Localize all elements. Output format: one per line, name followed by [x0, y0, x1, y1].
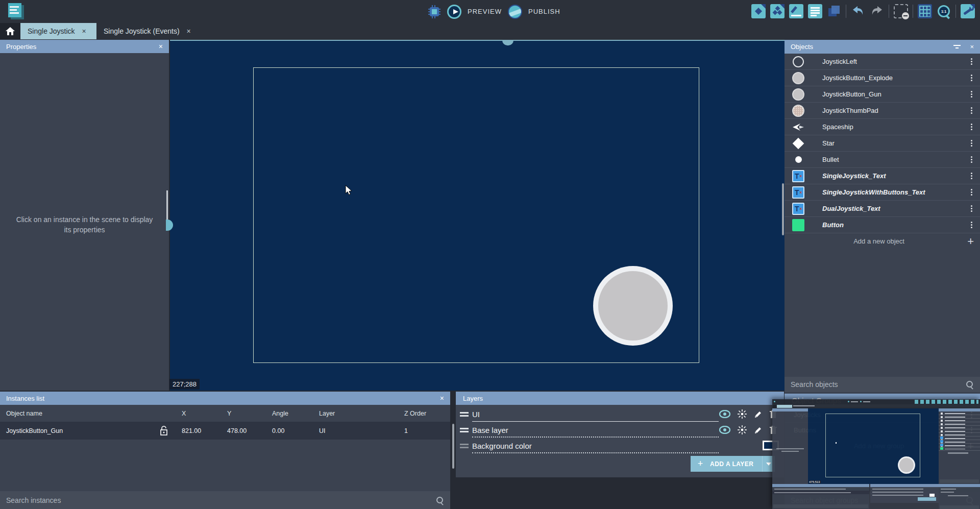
redo-icon[interactable] [870, 4, 884, 18]
zoom-1-1-icon[interactable]: 1:1 [937, 4, 951, 18]
edit-layer-pencil-icon[interactable] [754, 410, 763, 419]
object-row[interactable]: TxDualJoystick_Text [785, 201, 980, 217]
layer-row-ui[interactable]: UI [456, 407, 784, 423]
object-row[interactable]: JoystickButton_Explode [785, 70, 980, 86]
add-objects-group-icon[interactable] [770, 4, 785, 18]
mini-gun-circle [898, 456, 915, 474]
row-menu-icon[interactable] [968, 90, 975, 99]
row-menu-icon[interactable] [968, 106, 975, 115]
screen-preview-overlay[interactable]: 475;513 [772, 399, 980, 509]
scene-canvas[interactable]: 227;288 [170, 40, 785, 391]
drag-handle-icon[interactable] [460, 412, 469, 417]
app-logo-icon[interactable] [8, 3, 24, 20]
object-row[interactable]: Button [785, 217, 980, 233]
close-icon[interactable]: × [159, 42, 163, 51]
drag-handle-icon[interactable] [460, 428, 469, 433]
close-icon[interactable]: × [82, 27, 86, 35]
mini-instances-panel [772, 484, 869, 509]
canvas-scrollbar[interactable] [782, 183, 784, 235]
scene-properties-icon[interactable] [808, 4, 822, 18]
drag-handle-icon [460, 444, 469, 449]
row-menu-icon[interactable] [968, 155, 975, 164]
joystickbutton-gun-instance[interactable] [593, 266, 673, 346]
close-icon[interactable]: × [970, 43, 974, 51]
layer-row-background-color[interactable]: Background color [456, 439, 784, 454]
mini-canvas: 475;513 [808, 408, 939, 484]
add-object-icon[interactable] [751, 4, 766, 18]
row-menu-icon[interactable] [968, 139, 975, 148]
mini-cursor [836, 442, 837, 444]
object-row[interactable]: TxSingleJoystickWithButtons_Text [785, 184, 980, 201]
object-row[interactable]: Spaceship [785, 119, 980, 135]
visibility-eye-icon[interactable] [719, 426, 730, 434]
undo-icon[interactable] [851, 4, 865, 18]
mini-tabstrip [772, 404, 980, 408]
add-layer-button[interactable]: + ADD A LAYER [691, 456, 775, 472]
toolbar-icon-group: 1:1 [751, 4, 975, 18]
row-menu-icon[interactable] [968, 123, 975, 131]
filter-icon[interactable] [953, 44, 962, 50]
edit-scene-icon[interactable] [789, 4, 803, 18]
home-icon [6, 27, 15, 35]
tab-label: Single Joystick (Events) [104, 27, 180, 35]
debugger-tools-icon[interactable] [961, 4, 975, 18]
publish-planet-icon[interactable] [508, 5, 522, 19]
tab-single-joystick[interactable]: Single Joystick × [20, 23, 96, 39]
canvas-top-divider [170, 40, 785, 41]
grid-icon[interactable] [918, 4, 932, 18]
properties-panel: Properties × Click on an instance in the… [0, 40, 169, 391]
object-row[interactable]: TxSingleJoystick_Text [785, 168, 980, 184]
mini-search-groups [940, 505, 979, 509]
instances-column-headers: Object name X Y Angle Layer Z Order [0, 405, 450, 422]
object-row[interactable]: Star [785, 135, 980, 152]
circle-sprite-icon [792, 88, 804, 101]
debugger-icon[interactable] [428, 5, 441, 18]
instance-row[interactable]: JoystickButton_Gun 821.00 478.00 0.00 UI… [0, 422, 450, 440]
preview-play-icon[interactable] [447, 5, 461, 19]
object-row[interactable]: JoystickThumbPad [785, 103, 980, 119]
layers-icon[interactable] [827, 4, 841, 18]
edit-layer-pencil-icon[interactable] [754, 426, 763, 434]
mini-search-objects [940, 479, 979, 483]
layer-effects-icon[interactable] [738, 425, 747, 434]
instances-title: Instances list [6, 395, 44, 402]
close-icon[interactable]: × [187, 27, 191, 35]
layer-row-base[interactable]: Base layer [456, 423, 784, 439]
text-object-icon: Tx [792, 186, 804, 199]
layer-effects-icon[interactable] [738, 409, 747, 419]
properties-empty-message: Click on an instance in the scene to dis… [12, 214, 157, 235]
home-tab[interactable] [0, 23, 20, 39]
object-row[interactable]: JoystickLeft [785, 54, 980, 70]
top-toolbar: PREVIEW PUBLISH 1:1 [0, 0, 980, 23]
plus-icon[interactable]: + [967, 236, 974, 247]
row-menu-icon[interactable] [968, 204, 975, 213]
objects-list: JoystickLeft JoystickButton_Explode Joys… [785, 54, 980, 233]
tab-single-joystick-events[interactable]: Single Joystick (Events) × [96, 23, 201, 39]
star-icon [793, 137, 804, 149]
instances-scrollbar[interactable] [452, 424, 454, 469]
row-menu-icon[interactable] [968, 221, 975, 229]
visibility-eye-icon[interactable] [719, 410, 730, 418]
canvas-resize-handle[interactable] [502, 40, 513, 45]
row-menu-icon[interactable] [968, 57, 975, 66]
add-new-object-row[interactable]: Add a new object + [785, 233, 980, 249]
publish-button[interactable]: PUBLISH [528, 8, 560, 15]
search-objects-input[interactable]: Search objects [785, 377, 980, 392]
row-menu-icon[interactable] [968, 74, 975, 82]
mini-properties-panel [772, 408, 808, 484]
mini-objects-panel [939, 408, 980, 484]
object-row[interactable]: Bullet [785, 152, 980, 168]
row-menu-icon[interactable] [968, 188, 975, 197]
chevron-down-icon [766, 463, 771, 466]
properties-title: Properties [6, 43, 36, 51]
unlock-icon[interactable] [160, 426, 168, 435]
instances-list-panel: Instances list × Object name X Y Angle L… [0, 392, 450, 509]
spaceship-icon [792, 123, 804, 132]
preview-button[interactable]: PREVIEW [468, 8, 502, 15]
close-icon[interactable]: × [440, 394, 444, 402]
circle-outline-icon [793, 56, 804, 67]
search-instances-input[interactable]: Search instances [0, 491, 450, 509]
deselect-all-icon[interactable] [894, 4, 908, 18]
object-row[interactable]: JoystickButton_Gun [785, 86, 980, 103]
row-menu-icon[interactable] [968, 172, 975, 180]
